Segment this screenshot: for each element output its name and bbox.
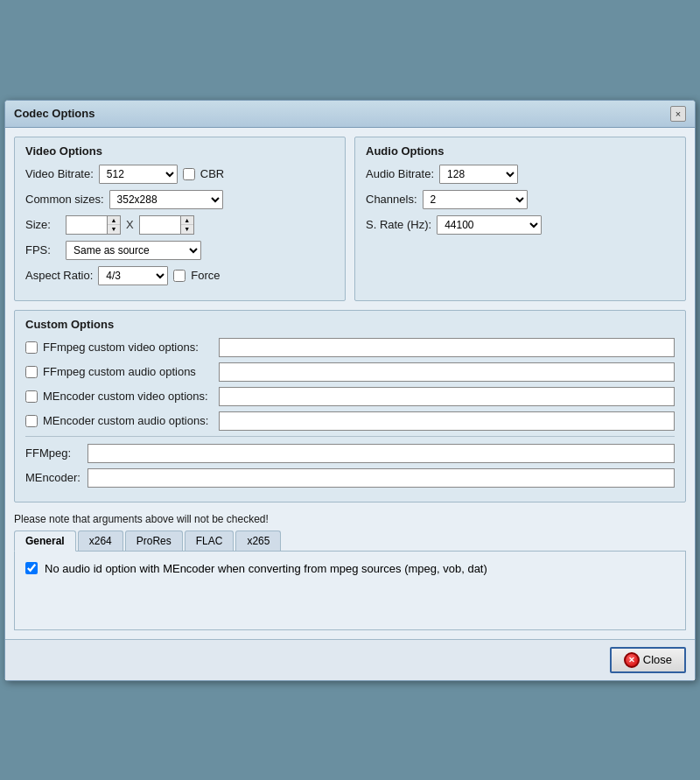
bottom-bar: Close	[5, 639, 695, 680]
common-sizes-row: Common sizes: 352x288640x4801280x720	[25, 190, 334, 209]
mencoder-audio-label: MEncoder custom audio options:	[43, 414, 214, 427]
ffmpeg-video-row: FFmpeg custom video options:	[25, 338, 675, 357]
cbr-checkbox[interactable]	[183, 168, 195, 180]
title-bar: Codec Options ×	[5, 101, 695, 128]
channels-row: Channels: 2146	[366, 190, 675, 209]
cbr-label: CBR	[200, 167, 224, 180]
ffmpeg-audio-label: FFmpeg custom audio options	[43, 365, 214, 378]
mencoder-cmd-input[interactable]	[88, 468, 675, 488]
note-text: Please note that arguments above will no…	[14, 509, 686, 531]
video-options-title: Video Options	[25, 144, 334, 158]
ffmpeg-audio-row: FFmpeg custom audio options	[25, 362, 675, 382]
audio-bitrate-select[interactable]: 1286496192256	[439, 165, 518, 184]
ffmpeg-audio-checkbox[interactable]	[25, 366, 38, 378]
aspect-select[interactable]: 4/316/9	[98, 266, 168, 285]
width-spin-buttons: ▲ ▼	[108, 215, 121, 235]
tab-general[interactable]: General	[14, 531, 76, 552]
mencoder-cmd-row: MEncoder:	[25, 468, 675, 488]
height-up-button[interactable]: ▲	[181, 216, 193, 225]
ffmpeg-cmd-input[interactable]	[88, 444, 675, 463]
tabs-container: General x264 ProRes FLAC x265 No audio i…	[14, 531, 686, 630]
mencoder-audio-row: MEncoder custom audio options:	[25, 411, 675, 431]
mencoder-video-checkbox[interactable]	[25, 390, 38, 403]
channels-label: Channels:	[366, 193, 417, 206]
x-separator: X	[126, 218, 134, 231]
dialog-body: Video Options Video Bitrate: 51212825676…	[5, 128, 695, 639]
fps-label: FPS:	[25, 243, 60, 256]
mencoder-video-row: MEncoder custom video options:	[25, 387, 675, 406]
mencoder-audio-input[interactable]	[219, 411, 675, 431]
ffmpeg-video-checkbox[interactable]	[25, 341, 38, 354]
audio-options-panel: Audio Options Audio Bitrate: 12864961922…	[354, 137, 686, 301]
top-section: Video Options Video Bitrate: 51212825676…	[14, 137, 686, 301]
width-input[interactable]: 352	[66, 215, 108, 235]
video-bitrate-label: Video Bitrate:	[25, 167, 94, 180]
force-label: Force	[191, 269, 220, 282]
common-sizes-select[interactable]: 352x288640x4801280x720	[109, 190, 223, 209]
audio-bitrate-label: Audio Bitrate:	[366, 167, 434, 180]
mencoder-video-input[interactable]	[219, 387, 675, 406]
window-close-button[interactable]: ×	[670, 106, 686, 122]
general-tab-content: No audio id option with MEncoder when co…	[25, 562, 675, 575]
custom-options-section: Custom Options FFmpeg custom video optio…	[14, 310, 686, 502]
no-audio-id-checkbox[interactable]	[25, 562, 38, 574]
aspect-ratio-row: Aspect Ratio: 4/316/9 Force	[25, 266, 334, 285]
video-options-panel: Video Options Video Bitrate: 51212825676…	[14, 137, 346, 301]
width-down-button[interactable]: ▼	[108, 225, 120, 234]
mencoder-audio-checkbox[interactable]	[25, 415, 38, 427]
codec-options-dialog: Codec Options × Video Options Video Bitr…	[4, 100, 696, 681]
width-spinner: 352 ▲ ▼	[66, 215, 121, 235]
close-icon	[624, 652, 640, 668]
height-spin-buttons: ▲ ▼	[181, 215, 194, 235]
force-checkbox[interactable]	[173, 270, 186, 282]
height-spinner: 288 ▲ ▼	[139, 215, 194, 235]
tab-content-general: No audio id option with MEncoder when co…	[14, 552, 686, 630]
close-dialog-button[interactable]: Close	[610, 647, 686, 673]
divider	[25, 436, 675, 437]
height-down-button[interactable]: ▼	[181, 225, 193, 234]
ffmpeg-video-input[interactable]	[219, 338, 675, 357]
height-input[interactable]: 288	[139, 215, 181, 235]
channels-select[interactable]: 2146	[423, 190, 528, 209]
mencoder-video-label: MEncoder custom video options:	[43, 390, 214, 403]
width-up-button[interactable]: ▲	[108, 216, 120, 225]
ffmpeg-cmd-row: FFMpeg:	[25, 444, 675, 463]
tab-flac[interactable]: FLAC	[185, 531, 234, 551]
video-bitrate-select[interactable]: 5121282567681024	[99, 165, 178, 184]
mencoder-cmd-label: MEncoder:	[25, 471, 82, 484]
no-audio-id-label: No audio id option with MEncoder when co…	[45, 562, 487, 575]
fps-row: FPS: Same as source23.976242529.9730	[25, 241, 334, 260]
custom-options-title: Custom Options	[25, 318, 675, 331]
tab-x265[interactable]: x265	[235, 531, 281, 551]
srate-label: S. Rate (Hz):	[366, 218, 431, 231]
video-bitrate-row: Video Bitrate: 5121282567681024 CBR	[25, 165, 334, 184]
common-sizes-label: Common sizes:	[25, 193, 104, 206]
dialog-title: Codec Options	[14, 107, 94, 120]
audio-bitrate-row: Audio Bitrate: 1286496192256	[366, 165, 675, 184]
tab-prores[interactable]: ProRes	[125, 531, 183, 551]
close-button-label: Close	[643, 653, 672, 666]
size-label: Size:	[25, 218, 60, 231]
ffmpeg-audio-input[interactable]	[219, 362, 675, 382]
aspect-label: Aspect Ratio:	[25, 269, 93, 282]
tab-x264[interactable]: x264	[78, 531, 123, 551]
srate-select[interactable]: 441008000110252205048000	[437, 215, 542, 235]
size-row: Size: 352 ▲ ▼ X 288 ▲ ▼	[25, 215, 334, 235]
ffmpeg-cmd-label: FFMpeg:	[25, 446, 82, 460]
audio-options-title: Audio Options	[366, 144, 675, 158]
tab-bar: General x264 ProRes FLAC x265	[14, 531, 686, 552]
srate-row: S. Rate (Hz): 441008000110252205048000	[366, 215, 675, 235]
fps-select[interactable]: Same as source23.976242529.9730	[66, 241, 201, 260]
ffmpeg-video-label: FFmpeg custom video options:	[43, 341, 214, 354]
